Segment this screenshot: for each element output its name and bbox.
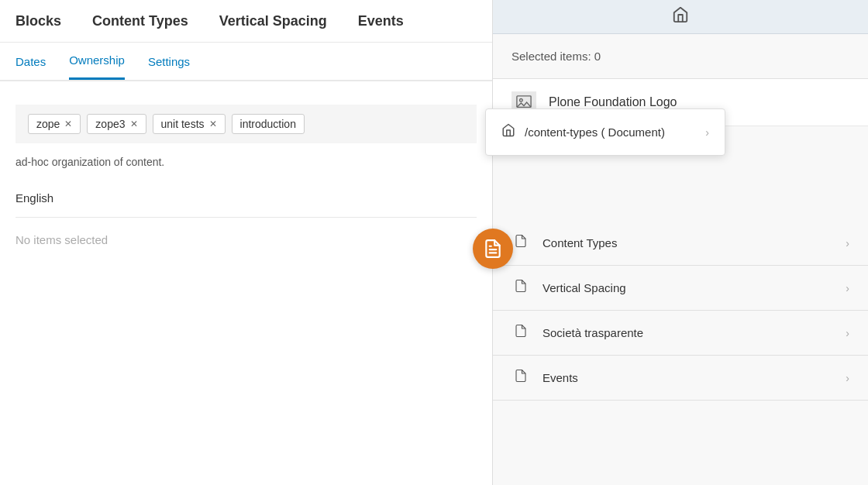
tags-section: zope ✕ zope3 ✕ unit tests ✕ introduction [16,105,477,143]
panel-nav-label-1: Content Types [542,236,833,249]
no-items-text: No items selected [16,233,477,246]
sub-popup-home-icon [501,123,515,141]
panel-nav-doc-icon-4 [512,368,530,387]
top-nav: Blocks Content Types Vertical Spacing Ev… [0,0,492,43]
tag-zope3-label: zope3 [95,118,125,130]
tag-introduction: introduction [232,114,305,134]
main-content: Blocks Content Types Vertical Spacing Ev… [0,0,492,485]
panel-nav-chevron-1: › [846,237,849,249]
home-icon-bar [493,0,868,34]
nav-item-events[interactable]: Events [358,1,404,42]
tag-zope3-remove[interactable]: ✕ [130,119,138,129]
sub-popup: /content-types ( Document) › [485,108,725,156]
nav-item-vertical-spacing[interactable]: Vertical Spacing [219,1,327,42]
panel-nav-doc-icon-3 [512,323,530,342]
nav-item-content-types[interactable]: Content Types [92,1,188,42]
tabs-area: Dates Ownership Settings [0,43,492,81]
tag-unit-tests-remove[interactable]: ✕ [209,119,217,129]
tag-zope: zope ✕ [28,114,81,134]
panel-nav-events[interactable]: Events › [493,356,868,401]
tag-zope-label: zope [36,118,60,130]
panel-nav-chevron-2: › [846,282,849,294]
panel-nav-label-4: Events [542,371,833,384]
tag-zope3: zope3 ✕ [87,114,146,134]
language-row: English [16,191,477,218]
content-body: zope ✕ zope3 ✕ unit tests ✕ introduction… [0,81,492,262]
tab-settings[interactable]: Settings [148,44,190,79]
panel-nav-doc-icon-2 [512,278,530,298]
svg-point-1 [520,98,523,101]
sub-popup-item-content-types[interactable]: /content-types ( Document) › [486,109,725,155]
panel-nav-vertical-spacing[interactable]: Vertical Spacing › [493,266,868,311]
sub-popup-chevron-icon: › [705,126,709,139]
selected-items-header: Selected items: 0 [493,34,868,79]
nav-item-blocks[interactable]: Blocks [16,1,61,42]
plone-item-label: Plone Foundation Logo [549,95,677,109]
panel-nav-chevron-3: › [846,327,849,339]
tab-dates[interactable]: Dates [16,44,46,79]
description-text: ad-hoc organization of content. [16,156,477,176]
tag-unit-tests-label: unit tests [161,118,205,130]
tag-zope-remove[interactable]: ✕ [64,119,72,129]
panel-nav-doc-icon-1 [512,233,530,253]
home-icon[interactable] [672,6,689,27]
selected-items-count: Selected items: 0 [512,50,601,63]
right-panel: Selected items: 0 Plone Foundation Logo … [492,0,868,485]
panel-nav-content-types[interactable]: Content Types › [493,221,868,266]
sub-popup-item-text: /content-types ( Document) [525,126,696,139]
panel-nav-label-2: Vertical Spacing [542,281,833,294]
tab-ownership[interactable]: Ownership [69,43,125,80]
panel-nav-societa[interactable]: Società trasparente › [493,311,868,356]
panel-nav-label-3: Società trasparente [542,326,833,339]
panel-nav-chevron-4: › [846,372,849,384]
tag-unit-tests: unit tests ✕ [153,114,226,134]
tag-introduction-label: introduction [240,118,296,130]
current-page-indicator [473,229,513,269]
